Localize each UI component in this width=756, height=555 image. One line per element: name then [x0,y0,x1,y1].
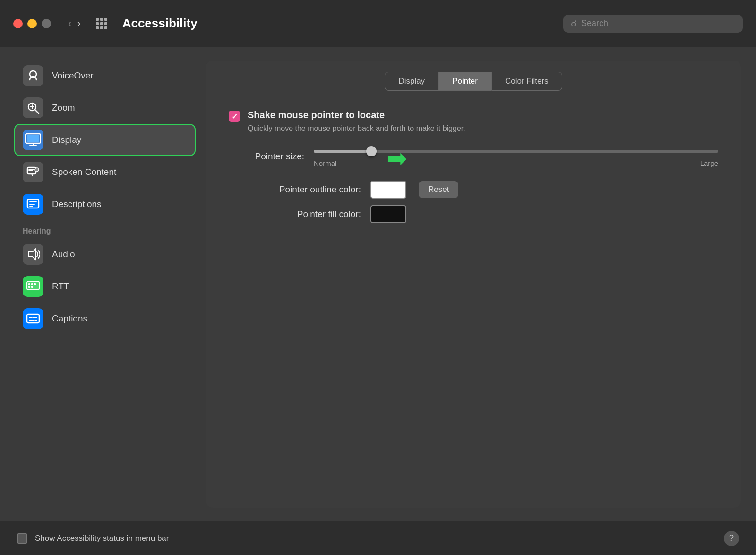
fill-color-label: Pointer fill color: [229,209,361,219]
close-button[interactable] [13,19,23,28]
audio-icon [23,244,43,265]
help-button[interactable]: ? [724,531,739,546]
search-box: ☌ [563,15,743,33]
spokencontent-icon [23,162,43,182]
sidebar: VoiceOver Zoom Di [15,61,195,508]
shake-title: Shake mouse pointer to locate [248,110,465,121]
slider-container: ➡ Normal Large [314,145,718,167]
minimize-button[interactable] [27,19,37,28]
reset-button[interactable]: Reset [419,181,458,198]
voiceover-icon [23,65,43,86]
display-icon [23,130,43,150]
app-grid-icon[interactable] [96,18,107,29]
svg-line-2 [35,110,39,113]
forward-arrow[interactable]: › [77,17,80,30]
svg-rect-17 [27,314,39,323]
panel-content: ✓ Shake mouse pointer to locate Quickly … [221,104,726,235]
nav-arrows: ‹ › [68,17,81,30]
svg-rect-13 [31,283,33,285]
green-arrow-icon: ➡ [387,146,407,171]
svg-rect-15 [28,286,30,288]
outline-color-label: Pointer outline color: [229,184,361,195]
pointer-outline-row: Pointer outline color: Reset [229,181,718,199]
menu-bar-label: Show Accessibility status in menu bar [35,534,716,543]
slider-row: Pointer size: ➡ Normal Large [229,145,718,167]
svg-rect-11 [27,281,39,290]
checkmark-icon: ✓ [232,112,238,121]
descriptions-icon [23,194,43,215]
hearing-header: Hearing [15,221,195,237]
sidebar-label-descriptions: Descriptions [52,199,102,209]
search-icon: ☌ [571,18,576,29]
outline-color-swatch[interactable] [370,181,406,199]
sidebar-label-captions: Captions [52,313,87,324]
tab-pointer[interactable]: Pointer [438,72,491,91]
slider-fill [314,150,374,153]
menu-bar-checkbox[interactable] [17,533,27,544]
sidebar-label-spoken-content: Spoken Content [52,167,116,177]
shake-text: Shake mouse pointer to locate Quickly mo… [248,110,465,134]
zoom-icon [23,97,43,118]
main-content: VoiceOver Zoom Di [0,47,756,521]
traffic-lights [13,19,51,28]
svg-point-8 [35,168,39,172]
sidebar-label-rtt: RTT [52,281,69,292]
svg-marker-10 [29,249,35,260]
titlebar: ‹ › Accessibility ☌ [0,0,756,47]
sidebar-label-voiceover: VoiceOver [52,70,94,81]
sidebar-item-rtt[interactable]: RTT [15,271,195,302]
svg-rect-16 [31,286,33,288]
sidebar-item-voiceover[interactable]: VoiceOver [15,61,195,91]
slider-thumb[interactable] [366,146,377,156]
svg-rect-14 [34,283,36,285]
shake-desc: Quickly move the mouse pointer back and … [248,123,465,134]
slider-labels: Normal Large [314,159,718,167]
tabs: Display Pointer Color Filters [221,72,726,91]
maximize-button[interactable] [42,19,51,28]
pointer-size-row: Pointer size: ➡ Normal Large [229,145,718,167]
sidebar-label-display: Display [52,135,81,145]
sidebar-item-zoom[interactable]: Zoom [15,93,195,123]
tab-color-filters[interactable]: Color Filters [491,72,562,91]
pointer-size-label: Pointer size: [229,151,304,162]
bottom-bar: Show Accessibility status in menu bar ? [0,521,756,555]
sidebar-item-spoken-content[interactable]: Spoken Content [15,157,195,187]
pointer-fill-row: Pointer fill color: [229,205,718,223]
sidebar-label-zoom: Zoom [52,103,75,113]
svg-rect-6 [27,135,39,142]
slider-max-label: Large [700,159,718,167]
back-arrow[interactable]: ‹ [68,17,71,30]
search-input[interactable] [581,18,735,28]
tab-display[interactable]: Display [385,72,438,91]
sidebar-label-audio: Audio [52,249,75,260]
shake-row: ✓ Shake mouse pointer to locate Quickly … [229,110,718,134]
page-title: Accessibility [122,16,198,31]
sidebar-item-captions[interactable]: Captions [15,304,195,334]
slider-min-label: Normal [314,159,336,167]
fill-color-swatch[interactable] [370,205,406,223]
sidebar-item-descriptions[interactable]: Descriptions [15,189,195,219]
right-panel: Display Pointer Color Filters ✓ Shake mo… [206,61,741,508]
rtt-icon [23,276,43,297]
slider-track: ➡ [314,150,718,153]
captions-icon [23,308,43,329]
sidebar-item-display[interactable]: Display [15,125,195,155]
sidebar-item-audio[interactable]: Audio [15,239,195,269]
svg-rect-12 [28,283,30,285]
shake-checkbox[interactable]: ✓ [229,111,240,122]
